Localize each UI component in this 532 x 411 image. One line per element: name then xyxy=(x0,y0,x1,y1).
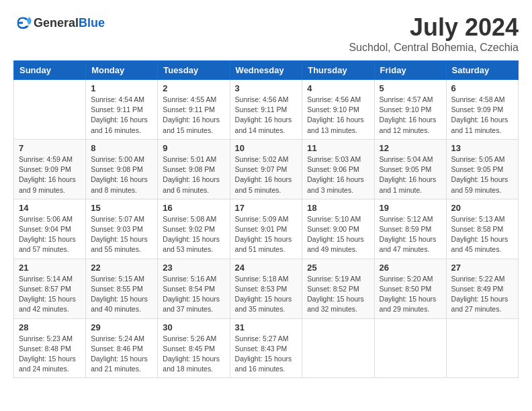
table-row: 25Sunrise: 5:19 AM Sunset: 8:52 PM Dayli… xyxy=(302,259,374,318)
day-info: Sunrise: 4:58 AM Sunset: 9:09 PM Dayligh… xyxy=(451,95,513,136)
day-info: Sunrise: 5:00 AM Sunset: 9:08 PM Dayligh… xyxy=(91,154,152,195)
day-number: 22 xyxy=(91,263,152,273)
table-row: 13Sunrise: 5:05 AM Sunset: 9:05 PM Dayli… xyxy=(446,139,518,199)
table-row: 28Sunrise: 5:23 AM Sunset: 8:48 PM Dayli… xyxy=(14,318,86,378)
table-row: 17Sunrise: 5:09 AM Sunset: 9:01 PM Dayli… xyxy=(230,199,302,259)
table-row: 12Sunrise: 5:04 AM Sunset: 9:05 PM Dayli… xyxy=(374,139,446,199)
day-number: 21 xyxy=(19,263,81,273)
page-header: GeneralBlue July 2024 Suchdol, Central B… xyxy=(13,13,519,54)
day-info: Sunrise: 5:26 AM Sunset: 8:45 PM Dayligh… xyxy=(163,334,224,375)
day-info: Sunrise: 4:57 AM Sunset: 9:10 PM Dayligh… xyxy=(380,95,441,136)
table-row: 1Sunrise: 4:54 AM Sunset: 9:11 PM Daylig… xyxy=(86,80,158,140)
calendar-week-row: 21Sunrise: 5:14 AM Sunset: 8:57 PM Dayli… xyxy=(14,259,519,318)
table-row xyxy=(302,318,374,378)
day-info: Sunrise: 5:08 AM Sunset: 9:02 PM Dayligh… xyxy=(163,214,224,255)
day-number: 26 xyxy=(380,263,441,273)
day-number: 4 xyxy=(307,83,369,93)
table-row: 26Sunrise: 5:20 AM Sunset: 8:50 PM Dayli… xyxy=(374,259,446,318)
day-info: Sunrise: 5:23 AM Sunset: 8:48 PM Dayligh… xyxy=(19,334,81,375)
day-info: Sunrise: 5:05 AM Sunset: 9:05 PM Dayligh… xyxy=(451,154,513,195)
col-tuesday: Tuesday xyxy=(158,61,230,80)
table-row: 21Sunrise: 5:14 AM Sunset: 8:57 PM Dayli… xyxy=(14,259,86,318)
day-number: 15 xyxy=(91,203,152,213)
day-info: Sunrise: 4:59 AM Sunset: 9:09 PM Dayligh… xyxy=(19,154,81,195)
calendar-week-row: 14Sunrise: 5:06 AM Sunset: 9:04 PM Dayli… xyxy=(14,199,519,259)
day-info: Sunrise: 5:09 AM Sunset: 9:01 PM Dayligh… xyxy=(235,214,298,255)
day-info: Sunrise: 5:20 AM Sunset: 8:50 PM Dayligh… xyxy=(380,274,441,315)
day-number: 28 xyxy=(19,322,81,332)
table-row: 23Sunrise: 5:16 AM Sunset: 8:54 PM Dayli… xyxy=(158,259,230,318)
table-row: 7Sunrise: 4:59 AM Sunset: 9:09 PM Daylig… xyxy=(14,139,86,199)
table-row xyxy=(374,318,446,378)
day-info: Sunrise: 5:13 AM Sunset: 8:58 PM Dayligh… xyxy=(451,214,513,255)
logo-icon xyxy=(13,13,32,32)
day-info: Sunrise: 5:27 AM Sunset: 8:43 PM Dayligh… xyxy=(235,334,298,375)
col-thursday: Thursday xyxy=(302,61,374,80)
day-info: Sunrise: 5:22 AM Sunset: 8:49 PM Dayligh… xyxy=(451,274,513,315)
day-number: 18 xyxy=(307,203,369,213)
day-number: 24 xyxy=(235,263,298,273)
day-info: Sunrise: 5:12 AM Sunset: 8:59 PM Dayligh… xyxy=(380,214,441,255)
day-info: Sunrise: 5:15 AM Sunset: 8:55 PM Dayligh… xyxy=(91,274,152,315)
day-number: 25 xyxy=(307,263,369,273)
calendar-header-row: Sunday Monday Tuesday Wednesday Thursday… xyxy=(14,61,519,80)
col-sunday: Sunday xyxy=(14,61,86,80)
day-info: Sunrise: 5:07 AM Sunset: 9:03 PM Dayligh… xyxy=(91,214,152,255)
calendar-week-row: 1Sunrise: 4:54 AM Sunset: 9:11 PM Daylig… xyxy=(14,80,519,140)
day-number: 10 xyxy=(235,143,298,153)
table-row xyxy=(14,80,86,140)
day-info: Sunrise: 5:10 AM Sunset: 9:00 PM Dayligh… xyxy=(307,214,369,255)
day-number: 1 xyxy=(91,83,152,93)
logo-blue: Blue xyxy=(79,16,105,30)
day-number: 31 xyxy=(235,322,298,332)
day-number: 30 xyxy=(163,322,224,332)
day-number: 8 xyxy=(91,143,152,153)
day-info: Sunrise: 5:03 AM Sunset: 9:06 PM Dayligh… xyxy=(307,154,369,195)
day-number: 7 xyxy=(19,143,81,153)
table-row: 9Sunrise: 5:01 AM Sunset: 9:08 PM Daylig… xyxy=(158,139,230,199)
day-number: 23 xyxy=(163,263,224,273)
day-number: 29 xyxy=(91,322,152,332)
day-info: Sunrise: 5:24 AM Sunset: 8:46 PM Dayligh… xyxy=(91,334,152,375)
day-number: 19 xyxy=(380,203,441,213)
table-row: 22Sunrise: 5:15 AM Sunset: 8:55 PM Dayli… xyxy=(86,259,158,318)
table-row: 30Sunrise: 5:26 AM Sunset: 8:45 PM Dayli… xyxy=(158,318,230,378)
logo-text: GeneralBlue xyxy=(34,16,105,30)
calendar-week-row: 28Sunrise: 5:23 AM Sunset: 8:48 PM Dayli… xyxy=(14,318,519,378)
day-number: 9 xyxy=(163,143,224,153)
table-row: 15Sunrise: 5:07 AM Sunset: 9:03 PM Dayli… xyxy=(86,199,158,259)
day-info: Sunrise: 5:16 AM Sunset: 8:54 PM Dayligh… xyxy=(163,274,224,315)
day-number: 17 xyxy=(235,203,298,213)
day-info: Sunrise: 4:54 AM Sunset: 9:11 PM Dayligh… xyxy=(91,95,152,136)
day-info: Sunrise: 5:06 AM Sunset: 9:04 PM Dayligh… xyxy=(19,214,81,255)
day-number: 6 xyxy=(451,83,513,93)
calendar-week-row: 7Sunrise: 4:59 AM Sunset: 9:09 PM Daylig… xyxy=(14,139,519,199)
table-row: 20Sunrise: 5:13 AM Sunset: 8:58 PM Dayli… xyxy=(446,199,518,259)
day-number: 27 xyxy=(451,263,513,273)
day-info: Sunrise: 4:56 AM Sunset: 9:10 PM Dayligh… xyxy=(307,95,369,136)
day-info: Sunrise: 5:04 AM Sunset: 9:05 PM Dayligh… xyxy=(380,154,441,195)
table-row: 19Sunrise: 5:12 AM Sunset: 8:59 PM Dayli… xyxy=(374,199,446,259)
table-row: 5Sunrise: 4:57 AM Sunset: 9:10 PM Daylig… xyxy=(374,80,446,140)
table-row: 29Sunrise: 5:24 AM Sunset: 8:46 PM Dayli… xyxy=(86,318,158,378)
day-info: Sunrise: 5:18 AM Sunset: 8:53 PM Dayligh… xyxy=(235,274,298,315)
table-row: 6Sunrise: 4:58 AM Sunset: 9:09 PM Daylig… xyxy=(446,80,518,140)
day-info: Sunrise: 5:19 AM Sunset: 8:52 PM Dayligh… xyxy=(307,274,369,315)
calendar-table: Sunday Monday Tuesday Wednesday Thursday… xyxy=(13,60,519,378)
day-number: 5 xyxy=(380,83,441,93)
day-number: 13 xyxy=(451,143,513,153)
day-number: 2 xyxy=(163,83,224,93)
table-row: 18Sunrise: 5:10 AM Sunset: 9:00 PM Dayli… xyxy=(302,199,374,259)
table-row: 31Sunrise: 5:27 AM Sunset: 8:43 PM Dayli… xyxy=(230,318,302,378)
logo-general: General xyxy=(34,16,79,30)
col-friday: Friday xyxy=(374,61,446,80)
table-row: 8Sunrise: 5:00 AM Sunset: 9:08 PM Daylig… xyxy=(86,139,158,199)
table-row: 16Sunrise: 5:08 AM Sunset: 9:02 PM Dayli… xyxy=(158,199,230,259)
table-row: 24Sunrise: 5:18 AM Sunset: 8:53 PM Dayli… xyxy=(230,259,302,318)
table-row: 2Sunrise: 4:55 AM Sunset: 9:11 PM Daylig… xyxy=(158,80,230,140)
location: Suchdol, Central Bohemia, Czechia xyxy=(349,42,519,54)
table-row: 10Sunrise: 5:02 AM Sunset: 9:07 PM Dayli… xyxy=(230,139,302,199)
day-info: Sunrise: 5:01 AM Sunset: 9:08 PM Dayligh… xyxy=(163,154,224,195)
table-row: 4Sunrise: 4:56 AM Sunset: 9:10 PM Daylig… xyxy=(302,80,374,140)
day-number: 16 xyxy=(163,203,224,213)
